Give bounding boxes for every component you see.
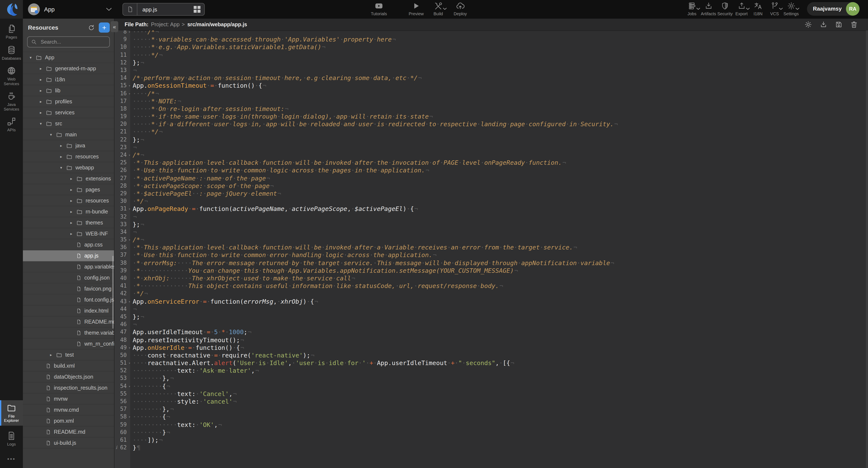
collapse-panel-button[interactable]: « — [111, 21, 118, 32]
i18n-button[interactable]: I18N — [750, 1, 766, 16]
tree-row[interactable]: ▸resources — [23, 151, 114, 162]
save-icon[interactable] — [835, 21, 843, 28]
tree-collapsed-icon[interactable]: ▸ — [60, 155, 66, 159]
fold-icon[interactable]: ▾ — [128, 206, 130, 213]
download-file-icon[interactable] — [820, 21, 827, 28]
tree-collapsed-icon[interactable]: ▸ — [70, 188, 76, 192]
tree-collapsed-icon[interactable]: ▸ — [70, 176, 76, 181]
deploy-button[interactable]: Deploy — [449, 1, 471, 16]
grid-icon[interactable] — [194, 6, 200, 13]
tree-row[interactable]: ▸themes — [23, 217, 114, 228]
code-line[interactable]: 23¬ — [115, 143, 866, 151]
code-line[interactable]: 26·*·Use·this·function·to·write·common·l… — [115, 167, 866, 174]
code-line[interactable]: 18·····*·On·re-login·after·session·timeo… — [115, 105, 866, 113]
tree-collapsed-icon[interactable]: ▸ — [40, 110, 46, 114]
code-line[interactable]: 37·*·Use·this·function·to·write·common·e… — [115, 252, 866, 259]
code-line[interactable]: 35▾/*¬ — [115, 236, 866, 243]
code-line[interactable]: 27·*·activePageName·:·name·of·the·page¬ — [115, 174, 866, 182]
tree-row[interactable]: ▸java — [23, 140, 114, 151]
tree-row[interactable]: ▸resources — [23, 195, 114, 206]
tree-collapsed-icon[interactable]: ▸ — [40, 77, 46, 81]
tree-row[interactable]: ▸extensions — [23, 173, 114, 184]
code-line[interactable]: 36·*·This·application·level·callback·fun… — [115, 244, 866, 252]
tree-row[interactable]: ▸generated-rn-app — [23, 63, 114, 74]
delete-trash-icon[interactable] — [850, 21, 858, 28]
add-resource-button[interactable]: + — [99, 23, 110, 33]
code-line[interactable]: 47App.userIdleTimeout·=·5·*·1000;¬ — [115, 329, 866, 336]
user-menu[interactable]: Raajvamsy RA — [807, 2, 860, 15]
fold-icon[interactable]: ▾ — [128, 82, 130, 90]
rail-item-logs[interactable]: Logs — [0, 428, 23, 449]
tree-expanded-icon[interactable]: ▾ — [40, 121, 46, 126]
tree-row[interactable]: mvnw — [23, 394, 114, 404]
tree-row[interactable]: ▾webapp — [23, 162, 114, 173]
rail-item-apis[interactable]: APIs — [0, 114, 23, 135]
export-button[interactable]: Export — [733, 1, 750, 16]
code-line[interactable]: 40·*·xhrObj:······The·xhrObject·used·to·… — [115, 274, 866, 282]
fold-icon[interactable]: ▾ — [128, 90, 130, 98]
tree-row[interactable]: app.js — [23, 250, 114, 261]
code-line[interactable]: 50····const·reactnative·=·require('react… — [115, 352, 866, 359]
code-line[interactable]: 55············text:·'Cancel',¬ — [115, 390, 866, 398]
code-line[interactable]: 57········},¬ — [115, 405, 866, 413]
code-line[interactable]: 14/*·perform·any·action·on·session·timeo… — [115, 74, 866, 82]
tree-collapsed-icon[interactable]: ▸ — [40, 88, 46, 93]
tree-row[interactable]: index.html — [23, 305, 114, 316]
tree-row[interactable]: ▸services — [23, 107, 114, 118]
fold-icon[interactable]: ▾ — [128, 413, 130, 421]
tree-row[interactable]: ▾main — [23, 129, 114, 140]
tree-collapsed-icon[interactable]: ▸ — [70, 221, 76, 225]
code-line[interactable]: 21·····*/¬ — [115, 128, 866, 136]
panel-scrollbar[interactable] — [112, 256, 114, 329]
rail-overflow-menu[interactable]: ••• — [7, 456, 16, 462]
app-logo[interactable] — [0, 0, 23, 19]
rail-item-web-services[interactable]: Web Services — [0, 63, 23, 89]
build-button[interactable]: Build — [427, 1, 449, 16]
code-line[interactable]: 16▾····/*¬ — [115, 90, 866, 97]
tree-row[interactable]: ▸lib — [23, 85, 114, 96]
code-line[interactable]: 39·*·············You·can·change·this·tho… — [115, 267, 866, 274]
refresh-button[interactable] — [88, 24, 95, 31]
code-line[interactable]: 53········},¬ — [115, 375, 866, 382]
tree-collapsed-icon[interactable]: ▸ — [70, 209, 76, 214]
code-line[interactable]: 44¬ — [115, 305, 866, 313]
code-line[interactable]: 59············text:·'OK',¬ — [115, 421, 866, 428]
tree-row[interactable]: README.md — [23, 427, 114, 437]
code-line[interactable]: 31▾App.onPageReady·=·function(activePage… — [115, 205, 866, 213]
tree-collapsed-icon[interactable]: ▸ — [70, 198, 76, 203]
tree-row[interactable]: wm_rn_config.js — [23, 338, 114, 349]
code-line[interactable]: 46¬ — [115, 321, 866, 328]
fold-icon[interactable]: ▾ — [128, 31, 130, 36]
code-line[interactable]: 49▾App.onUserIdle·=·function()·{¬ — [115, 344, 866, 351]
tree-row[interactable]: inspection_results.json — [23, 382, 114, 394]
tree-collapsed-icon[interactable]: ▸ — [70, 231, 76, 236]
code-line[interactable]: 30·*/¬ — [115, 197, 866, 205]
artifacts-button[interactable]: Artifacts — [700, 1, 717, 16]
tree-row[interactable]: dataObjects.json — [23, 371, 114, 382]
tree-row[interactable]: font.config.js — [23, 294, 114, 305]
tree-row[interactable]: ▸WEB-INF — [23, 228, 114, 239]
code-line[interactable]: 52············text:·'Ask·me·later',¬ — [115, 367, 866, 375]
code-line[interactable]: 51▾····reactnative.Alert.alert('User·is·… — [115, 359, 866, 367]
code-line[interactable]: 13¬ — [115, 66, 866, 74]
code-line[interactable]: 62i}¶ — [115, 444, 866, 452]
tree-row[interactable]: app.css — [23, 239, 114, 250]
code-line[interactable]: 11·····*/¬ — [115, 51, 866, 59]
tree-row[interactable]: ui-build.js — [23, 437, 114, 448]
jobs-button[interactable]: Jobs — [684, 1, 700, 16]
project-selector[interactable]: App — [28, 3, 112, 16]
tree-collapsed-icon[interactable]: ▸ — [40, 66, 46, 70]
code-line[interactable]: 34¬ — [115, 228, 866, 236]
tree-row[interactable]: ▸profiles — [23, 96, 114, 107]
tree-row[interactable]: ▸i18n — [23, 74, 114, 85]
tree-row[interactable]: README.md — [23, 316, 114, 327]
search-input[interactable] — [40, 38, 105, 45]
tree-row[interactable]: build.xml — [23, 360, 114, 371]
settings-button[interactable]: Settings — [783, 1, 799, 16]
code-line[interactable]: 15▾App.onSessionTimeout·=·function()·{¬ — [115, 82, 866, 90]
code-pane[interactable]: 8▾····/*¬9·····*·variables·can·be·access… — [115, 31, 866, 468]
rail-item-file-explorer[interactable]: File Explorer — [0, 400, 23, 426]
tree-row[interactable]: ▸pages — [23, 184, 114, 195]
fold-icon[interactable]: ▾ — [128, 383, 130, 390]
tree-row[interactable]: ▾App — [23, 52, 114, 63]
